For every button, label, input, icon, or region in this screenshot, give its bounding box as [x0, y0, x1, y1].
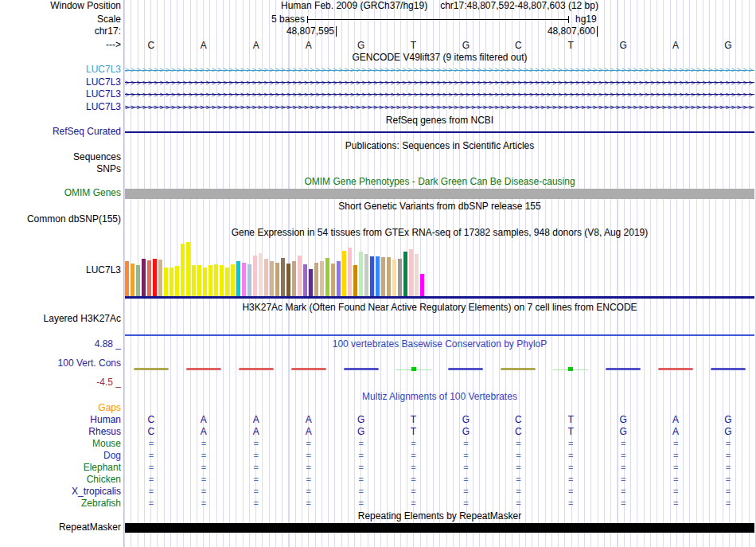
repeatmasker-track-title[interactable]: Repeating Elements by RepeatMasker [125, 511, 754, 522]
refseq-track-title[interactable]: RefSeq genes from NCBI [125, 115, 754, 126]
repeatmasker-item[interactable] [125, 523, 754, 533]
h3k27ac-signal-line[interactable] [125, 334, 754, 336]
conservation-mark[interactable] [658, 368, 693, 370]
conservation-mark-dot[interactable] [411, 367, 416, 371]
omim-genes-label[interactable]: OMIM Genes [64, 188, 121, 198]
gencode-gene-item[interactable]: >>>>>>>>>>>>>>>>>>>>>>>>>>>>>>>>>>>>>>>>… [125, 102, 754, 113]
repeatmasker-label[interactable]: RepeatMasker [59, 522, 121, 533]
species-label-dog[interactable]: Dog [103, 451, 121, 461]
omim-track-title[interactable]: OMIM Gene Phenotypes - Dark Green Can Be… [125, 177, 754, 187]
gtex-tissue-bar[interactable] [370, 256, 374, 297]
gtex-tissue-bar[interactable] [264, 259, 268, 297]
snps-label[interactable]: SNPs [96, 164, 121, 174]
gtex-tissue-bar[interactable] [242, 263, 246, 297]
species-label-zebrafish[interactable]: Zebrafish [81, 498, 121, 509]
gtex-tissue-bar[interactable] [376, 256, 380, 297]
gtex-tissue-bar[interactable] [275, 263, 279, 297]
gtex-tissue-bar[interactable] [253, 256, 257, 297]
layered-h3k27ac-label[interactable]: Layered H3K27Ac [44, 314, 121, 324]
conservation-mark[interactable] [448, 368, 483, 370]
gtex-tissue-bar[interactable] [353, 265, 357, 297]
gtex-tissue-bar[interactable] [381, 257, 385, 297]
omim-gene-item[interactable] [125, 189, 754, 199]
gtex-tissue-bar[interactable] [309, 269, 313, 297]
refseq-gene-item[interactable] [125, 131, 754, 133]
gtex-tissue-bar[interactable] [214, 264, 218, 297]
gtex-tissue-bar[interactable] [270, 261, 274, 297]
gtex-tissue-bar[interactable] [247, 264, 251, 297]
gtex-tissue-bar[interactable] [136, 265, 140, 297]
multiz-track-title[interactable]: Multiz Alignments of 100 Vertebrates [125, 392, 754, 402]
gencode-gene-label[interactable]: LUC7L3 [86, 64, 121, 75]
gencode-track-title[interactable]: GENCODE V49lift37 (9 items filtered out) [125, 53, 754, 63]
gaps-label[interactable]: Gaps [98, 403, 121, 413]
gtex-tissue-bar[interactable] [158, 260, 162, 297]
h3k27ac-track-title[interactable]: H3K27Ac Mark (Often Found Near Active Re… [125, 303, 754, 313]
gtex-tissue-bar[interactable] [298, 256, 302, 297]
gtex-tissue-bar[interactable] [331, 264, 335, 297]
species-label-mouse[interactable]: Mouse [92, 439, 121, 449]
gtex-tissue-bar[interactable] [387, 257, 391, 297]
gtex-tissue-bar[interactable] [359, 252, 363, 297]
species-label-elephant[interactable]: Elephant [84, 463, 121, 473]
gtex-tissue-bar[interactable] [337, 261, 341, 297]
gtex-tissue-bar[interactable] [125, 261, 129, 297]
gencode-gene-item[interactable]: >>>>>>>>>>>>>>>>>>>>>>>>>>>>>>>>>>>>>>>>… [125, 77, 754, 88]
gtex-tissue-bar[interactable] [403, 252, 407, 297]
gtex-tissue-bar[interactable] [320, 261, 324, 297]
gtex-tissue-bar[interactable] [170, 268, 173, 297]
gencode-gene-label[interactable]: LUC7L3 [86, 89, 121, 100]
gtex-tissue-bar[interactable] [415, 254, 419, 297]
gtex-tissue-bar[interactable] [364, 254, 368, 297]
conservation-label[interactable]: 100 Vert. Cons [58, 358, 121, 369]
gtex-tissue-bar[interactable] [225, 268, 229, 297]
conservation-mark[interactable] [186, 368, 221, 370]
conservation-mark[interactable] [711, 368, 746, 370]
species-label-rhesus[interactable]: Rhesus [88, 427, 121, 437]
gtex-tissue-bar[interactable] [153, 259, 157, 297]
gtex-tissue-bar[interactable] [314, 263, 318, 297]
gtex-tissue-bar[interactable] [303, 264, 307, 297]
refseq-curated-label[interactable]: RefSeq Curated [53, 127, 121, 137]
conservation-mark[interactable] [291, 368, 326, 370]
gtex-tissue-bar[interactable] [342, 251, 346, 297]
gtex-tissue-bar[interactable] [203, 268, 207, 297]
gtex-tissue-bar[interactable] [236, 261, 240, 297]
dbsnp-track-title[interactable]: Short Genetic Variants from dbSNP releas… [125, 201, 754, 212]
gtex-track-title[interactable]: Gene Expression in 54 tissues from GTEx … [125, 228, 754, 238]
gtex-tissue-bar[interactable] [175, 266, 179, 297]
gtex-tissue-bar[interactable] [420, 274, 424, 297]
gtex-tissue-bar[interactable] [192, 265, 196, 297]
gtex-tissue-bar[interactable] [325, 258, 329, 297]
species-label-human[interactable]: Human [90, 415, 121, 425]
gtex-bar-chart[interactable] [125, 240, 754, 297]
gtex-tissue-bar[interactable] [231, 264, 235, 297]
gencode-gene-item[interactable]: >>>>>>>>>>>>>>>>>>>>>>>>>>>>>>>>>>>>>>>>… [125, 64, 754, 76]
conservation-mark[interactable] [134, 368, 169, 370]
gtex-tissue-bar[interactable] [181, 244, 185, 297]
gtex-tissue-bar[interactable] [286, 264, 290, 297]
gtex-tissue-bar[interactable] [259, 253, 263, 297]
common-dbsnp-label[interactable]: Common dbSNP(155) [27, 214, 121, 225]
gtex-tissue-bar[interactable] [281, 258, 285, 297]
gtex-tissue-bar[interactable] [409, 249, 413, 297]
conservation-mark-dot[interactable] [568, 367, 573, 371]
gtex-tissue-bar[interactable] [186, 242, 190, 297]
gtex-tissue-bar[interactable] [208, 265, 212, 297]
gencode-gene-label[interactable]: LUC7L3 [86, 102, 121, 112]
species-label-chicken[interactable]: Chicken [87, 475, 121, 485]
conservation-mark[interactable] [606, 368, 641, 370]
gtex-tissue-bar[interactable] [147, 260, 151, 297]
species-label-x_tropicalis[interactable]: X_tropicalis [72, 486, 121, 497]
conservation-mark[interactable] [239, 368, 274, 370]
gtex-tissue-bar[interactable] [220, 265, 224, 297]
gtex-tissue-bar[interactable] [197, 265, 201, 297]
conservation-mark[interactable] [501, 368, 536, 370]
gtex-tissue-bar[interactable] [164, 268, 168, 297]
conservation-track-title[interactable]: 100 vertebrates Basewise Conservation by… [125, 339, 754, 350]
publications-track-title[interactable]: Publications: Sequences in Scientific Ar… [125, 141, 754, 151]
sequences-label[interactable]: Sequences [73, 152, 121, 162]
gtex-tissue-bar[interactable] [292, 261, 296, 297]
gtex-tissue-bar[interactable] [348, 248, 352, 297]
gtex-tissue-bar[interactable] [398, 259, 402, 297]
